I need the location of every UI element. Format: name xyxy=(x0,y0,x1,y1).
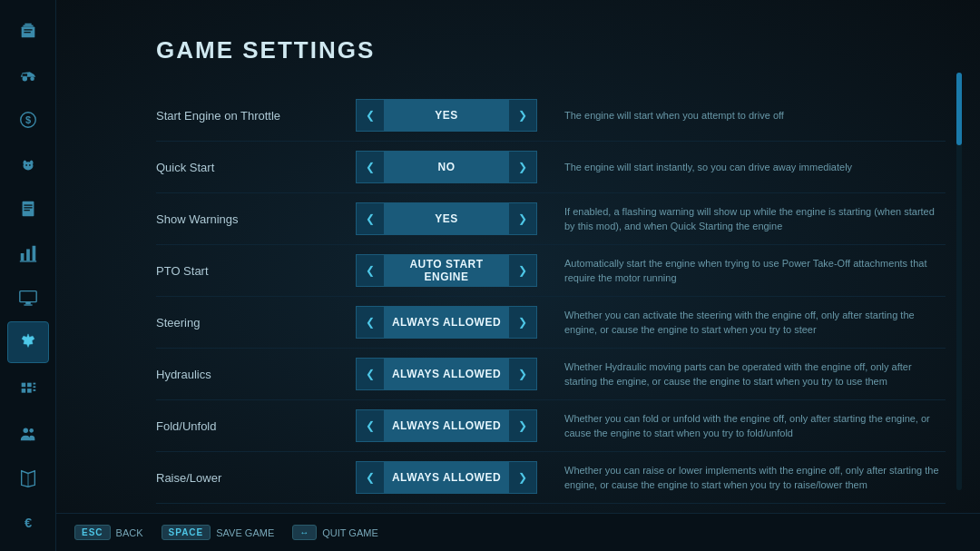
setting-value-1: No xyxy=(385,151,508,183)
key-badge-0: ESC xyxy=(74,525,111,540)
arrow-left-btn-4[interactable]: ❮ xyxy=(356,306,385,339)
sidebar-item-settings[interactable] xyxy=(7,321,49,363)
key-badge-1: SPACE xyxy=(162,525,211,540)
sidebar-item-animals[interactable] xyxy=(7,143,49,185)
sidebar-item-euro[interactable]: € xyxy=(7,502,49,544)
arrow-right-btn-1[interactable]: ❯ xyxy=(508,151,537,183)
svg-rect-27 xyxy=(21,383,25,388)
setting-value-6: Always Allowed xyxy=(385,409,508,442)
arrow-left-btn-6[interactable]: ❮ xyxy=(356,409,385,442)
setting-row: Show Warnings ❮ Yes ❯ If enabled, a flas… xyxy=(156,193,946,245)
arrow-left-btn-7[interactable]: ❮ xyxy=(356,461,385,494)
svg-rect-31 xyxy=(33,383,35,385)
arrow-right-btn-4[interactable]: ❯ xyxy=(508,306,537,339)
sidebar-item-economy[interactable]: $ xyxy=(7,99,49,141)
svg-rect-15 xyxy=(22,202,34,217)
svg-rect-28 xyxy=(21,389,25,393)
sidebar-item-production[interactable] xyxy=(7,232,49,274)
setting-control-0: ❮ Yes ❯ xyxy=(356,99,537,132)
svg-point-14 xyxy=(28,164,30,166)
setting-value-3: Auto Start Engine xyxy=(385,254,508,287)
svg-point-13 xyxy=(25,164,27,166)
setting-row: Steering ❮ Always Allowed ❯ Whether you … xyxy=(156,297,946,349)
arrow-right-btn-2[interactable]: ❯ xyxy=(508,202,537,235)
svg-rect-7 xyxy=(22,74,26,76)
bottom-bar: ESC BACK SPACE SAVE GAME ↔ QUIT GAME xyxy=(56,513,980,551)
setting-label-5: Hydraulics xyxy=(156,368,356,381)
svg-rect-0 xyxy=(24,24,31,25)
setting-value-0: Yes xyxy=(385,99,508,132)
setting-description-1: The engine will start instantly, so you … xyxy=(564,160,946,175)
svg-rect-21 xyxy=(32,246,35,261)
sidebar-item-help[interactable] xyxy=(7,369,49,410)
bottom-key-0[interactable]: ESC BACK xyxy=(74,525,143,540)
setting-label-7: Raise/Lower xyxy=(156,471,356,485)
sidebar-item-book[interactable] xyxy=(7,458,49,499)
setting-description-4: Whether you can activate the steering wi… xyxy=(564,308,946,338)
setting-description-5: Whether Hydraulic moving parts can be op… xyxy=(564,359,946,389)
arrow-right-btn-6[interactable]: ❯ xyxy=(508,409,537,442)
svg-rect-22 xyxy=(19,261,35,261)
svg-rect-1 xyxy=(23,25,33,27)
setting-label-0: Start Engine on Throttle xyxy=(156,109,356,123)
sidebar-item-quest[interactable] xyxy=(7,10,49,52)
svg-point-12 xyxy=(29,160,33,165)
setting-control-2: ❮ Yes ❯ xyxy=(356,202,537,235)
svg-rect-16 xyxy=(24,204,32,205)
setting-row: Start Engine on Throttle ❮ Yes ❯ The eng… xyxy=(156,90,946,142)
setting-label-3: PTO Start xyxy=(156,264,356,278)
key-label-1: SAVE GAME xyxy=(216,527,274,538)
svg-point-11 xyxy=(23,160,26,165)
sidebar-item-group[interactable] xyxy=(7,413,49,455)
setting-label-4: Steering xyxy=(156,316,356,330)
main-content: GAME SETTINGS Start Engine on Throttle ❮… xyxy=(56,0,980,551)
svg-text:$: $ xyxy=(24,114,30,125)
key-label-0: BACK xyxy=(116,527,143,538)
arrow-left-btn-1[interactable]: ❮ xyxy=(356,151,385,183)
key-badge-2: ↔ xyxy=(292,525,317,540)
setting-control-3: ❮ Auto Start Engine ❯ xyxy=(356,254,537,287)
setting-control-6: ❮ Always Allowed ❯ xyxy=(356,409,537,442)
setting-value-5: Always Allowed xyxy=(385,358,508,390)
arrow-right-btn-0[interactable]: ❯ xyxy=(508,99,537,132)
svg-point-35 xyxy=(29,428,34,433)
sidebar-item-vehicle[interactable] xyxy=(7,54,49,96)
svg-rect-23 xyxy=(19,291,35,302)
svg-rect-33 xyxy=(33,389,35,391)
bottom-key-1[interactable]: SPACE SAVE GAME xyxy=(162,525,275,540)
arrow-right-btn-3[interactable]: ❯ xyxy=(508,254,537,287)
setting-description-0: The engine will start when you attempt t… xyxy=(564,108,946,123)
sidebar-item-monitor[interactable] xyxy=(7,277,49,319)
arrow-left-btn-3[interactable]: ❮ xyxy=(356,254,385,287)
setting-control-1: ❮ No ❯ xyxy=(356,151,537,183)
svg-point-6 xyxy=(30,76,34,81)
svg-rect-32 xyxy=(33,386,35,388)
svg-rect-3 xyxy=(24,29,32,30)
setting-description-7: Whether you can raise or lower implement… xyxy=(564,463,946,493)
svg-rect-20 xyxy=(26,249,30,261)
key-label-2: QUIT GAME xyxy=(322,527,378,538)
arrow-left-btn-0[interactable]: ❮ xyxy=(356,99,385,132)
setting-row: Raise/Lower ❮ Always Allowed ❯ Whether y… xyxy=(156,452,946,504)
setting-description-6: Whether you can fold or unfold with the … xyxy=(564,411,946,441)
arrow-left-btn-2[interactable]: ❮ xyxy=(356,202,385,235)
bottom-key-2[interactable]: ↔ QUIT GAME xyxy=(292,525,378,540)
svg-rect-18 xyxy=(24,210,29,211)
svg-rect-30 xyxy=(27,389,32,393)
setting-label-2: Show Warnings xyxy=(156,212,356,226)
svg-text:€: € xyxy=(24,516,31,530)
setting-label-1: Quick Start xyxy=(156,161,356,174)
settings-list[interactable]: Start Engine on Throttle ❮ Yes ❯ The eng… xyxy=(156,90,953,507)
svg-rect-19 xyxy=(20,253,24,261)
arrow-left-btn-5[interactable]: ❮ xyxy=(356,358,385,390)
setting-description-3: Automatically start the engine when tryi… xyxy=(564,256,946,286)
sidebar-item-manual[interactable] xyxy=(7,188,49,230)
setting-value-2: Yes xyxy=(385,202,508,235)
arrow-right-btn-7[interactable]: ❯ xyxy=(508,461,537,494)
setting-value-4: Always Allowed xyxy=(385,306,508,339)
setting-row: Quick Start ❮ No ❯ The engine will start… xyxy=(156,142,946,193)
setting-description-2: If enabled, a flashing warning will show… xyxy=(564,204,946,234)
setting-value-7: Always Allowed xyxy=(385,461,508,494)
arrow-right-btn-5[interactable]: ❯ xyxy=(508,358,537,390)
setting-row: Pipe Fold/Unfold ❮ Always Allowed ❯ Whet… xyxy=(156,504,946,507)
